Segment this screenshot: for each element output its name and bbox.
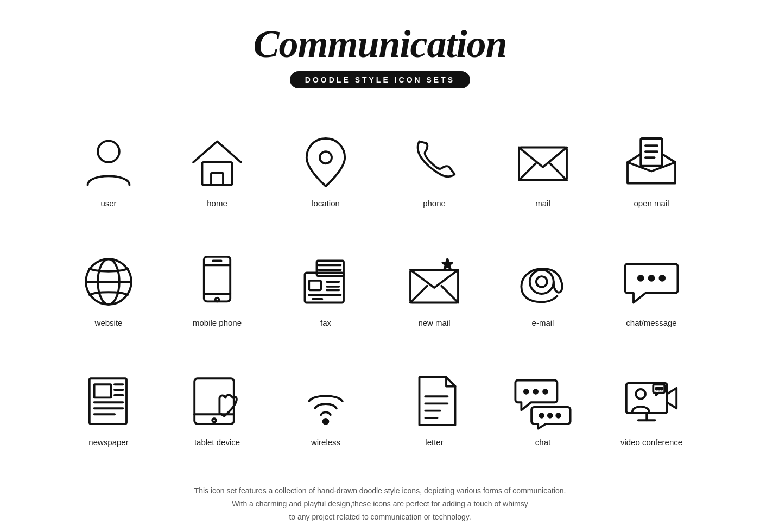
svg-point-55: [543, 390, 547, 394]
mail-label: mail: [535, 199, 550, 208]
icon-cell-mobile-phone: mobile phone: [163, 230, 271, 349]
email-label: e-mail: [532, 318, 554, 327]
icon-cell-mail: mail: [489, 110, 597, 230]
website-label: website: [95, 318, 123, 327]
svg-point-57: [548, 414, 552, 417]
open-mail-label: open mail: [634, 199, 669, 208]
letter-label: letter: [425, 438, 443, 447]
icon-cell-video-conference: video conference: [597, 349, 706, 468]
wireless-icon: [296, 371, 356, 431]
footer-line3: to any project related to communication …: [194, 511, 566, 524]
svg-rect-2: [211, 173, 223, 185]
icons-grid: user home location phone: [54, 110, 706, 468]
svg-point-36: [660, 276, 664, 281]
mobile-phone-icon: [187, 252, 247, 312]
svg-point-33: [536, 276, 547, 287]
svg-line-31: [441, 286, 458, 302]
icon-cell-website: website: [54, 230, 163, 349]
website-icon: [79, 252, 138, 312]
icon-cell-email: e-mail: [489, 230, 597, 349]
svg-point-48: [324, 419, 328, 424]
chat-message-label: chat/message: [626, 318, 676, 327]
chat-icon: [513, 371, 573, 431]
icon-cell-chat-message: chat/message: [597, 230, 706, 349]
fax-icon: [296, 252, 356, 312]
footer-line2: With a charming and playful design,these…: [194, 498, 566, 511]
phone-icon: [404, 132, 464, 192]
tablet-device-icon: [187, 371, 247, 431]
open-mail-icon: [622, 132, 681, 192]
icon-cell-newspaper: newspaper: [54, 349, 163, 468]
svg-point-63: [661, 388, 662, 389]
svg-rect-19: [305, 273, 344, 302]
home-icon: [187, 132, 247, 192]
footer: This icon set features a collection of h…: [194, 485, 566, 523]
main-title: Communication: [253, 22, 506, 67]
icon-cell-wireless: wireless: [271, 349, 380, 468]
new-mail-label: new mail: [418, 318, 450, 327]
svg-point-34: [638, 276, 643, 281]
svg-point-0: [98, 141, 119, 162]
icon-cell-location: location: [271, 110, 380, 230]
video-conference-label: video conference: [620, 438, 682, 447]
svg-point-17: [216, 297, 219, 301]
svg-point-47: [212, 418, 216, 422]
svg-point-35: [649, 276, 654, 281]
newspaper-label: newspaper: [88, 438, 128, 447]
location-label: location: [312, 199, 340, 208]
home-label: home: [207, 199, 227, 208]
icon-cell-tablet-device: tablet device: [163, 349, 271, 468]
newspaper-icon: [79, 371, 138, 431]
icon-cell-home: home: [163, 110, 271, 230]
chat-label: chat: [535, 438, 550, 447]
wireless-label: wireless: [311, 438, 340, 447]
icon-cell-phone: phone: [380, 110, 489, 230]
chat-message-icon: [622, 252, 681, 312]
user-label: user: [100, 199, 116, 208]
icon-cell-open-mail: open mail: [597, 110, 706, 230]
svg-rect-38: [94, 384, 111, 397]
letter-icon: [404, 371, 464, 431]
page-header: Communication DOODLE STYLE ICON SETS: [253, 22, 506, 88]
icon-cell-fax: fax: [271, 230, 380, 349]
svg-rect-23: [309, 280, 321, 290]
new-mail-icon: [404, 252, 464, 312]
svg-point-54: [534, 390, 538, 394]
icon-cell-letter: letter: [380, 349, 489, 468]
phone-label: phone: [423, 199, 446, 208]
svg-point-56: [540, 414, 544, 417]
svg-line-30: [410, 286, 427, 302]
svg-point-53: [524, 390, 528, 394]
svg-point-32: [530, 270, 554, 294]
svg-point-3: [320, 151, 332, 163]
mobile-phone-label: mobile phone: [193, 318, 242, 327]
svg-line-5: [519, 163, 536, 180]
svg-rect-45: [194, 378, 234, 424]
icon-cell-new-mail: new mail: [380, 230, 489, 349]
mail-icon: [513, 132, 573, 192]
email-icon: [513, 252, 573, 312]
icon-cell-chat: chat: [489, 349, 597, 468]
icon-cell-user: user: [54, 110, 163, 230]
location-icon: [296, 132, 356, 192]
video-conference-icon: [622, 371, 681, 431]
user-icon: [79, 132, 138, 192]
tablet-device-label: tablet device: [194, 438, 240, 447]
svg-point-60: [636, 389, 645, 399]
fax-label: fax: [320, 318, 331, 327]
subtitle-badge: DOODLE STYLE ICON SETS: [290, 71, 470, 88]
svg-point-58: [556, 414, 560, 417]
svg-line-6: [550, 163, 567, 180]
footer-line1: This icon set features a collection of h…: [194, 485, 566, 498]
